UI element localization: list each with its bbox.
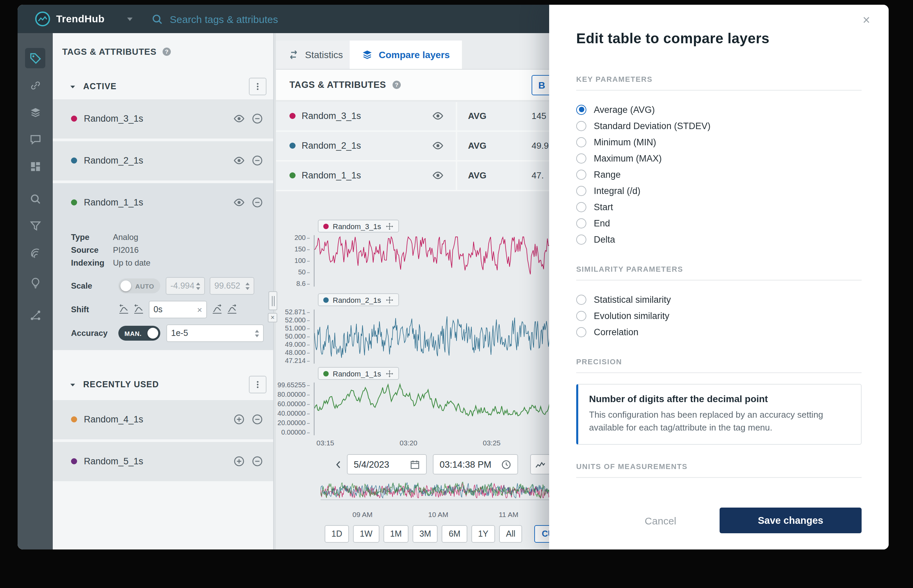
- ideas-nav-icon[interactable]: [25, 272, 45, 292]
- radio-integral[interactable]: Integral (/d): [576, 183, 861, 199]
- layer-b-button[interactable]: B: [532, 75, 552, 95]
- stepper[interactable]: [246, 282, 249, 289]
- radio-icon[interactable]: [576, 104, 586, 115]
- remove-tag-icon[interactable]: [252, 197, 263, 208]
- radio-delta[interactable]: Delta: [576, 231, 861, 247]
- visibility-eye-icon[interactable]: [432, 140, 444, 152]
- shift-value-input[interactable]: 0s ×: [149, 301, 207, 318]
- comments-nav-icon[interactable]: [25, 129, 45, 149]
- visibility-eye-icon[interactable]: [233, 197, 245, 208]
- scale-min-input[interactable]: -4.994: [166, 277, 205, 295]
- collapse-chevron-icon[interactable]: [69, 381, 76, 388]
- radio-average[interactable]: Average (AVG): [576, 102, 861, 118]
- shift-back-icon[interactable]: [118, 304, 129, 315]
- radio-icon[interactable]: [576, 202, 586, 212]
- move-icon[interactable]: [385, 369, 393, 378]
- move-icon[interactable]: [385, 296, 393, 304]
- search-nav-icon[interactable]: [25, 189, 45, 209]
- radio-end[interactable]: End: [576, 215, 861, 231]
- close-icon[interactable]: ×: [858, 11, 875, 29]
- active-section-menu-button[interactable]: [249, 78, 267, 95]
- workspace-chevron-down-icon[interactable]: [127, 18, 133, 21]
- clock-icon[interactable]: [501, 459, 511, 469]
- stepper[interactable]: [196, 282, 200, 289]
- scale-auto-toggle[interactable]: AUTO: [118, 278, 160, 293]
- remove-tag-icon[interactable]: [252, 456, 263, 467]
- shift-forward-icon[interactable]: [227, 304, 237, 315]
- radio-icon[interactable]: [576, 234, 586, 244]
- radio-icon[interactable]: [576, 310, 586, 321]
- visibility-eye-icon[interactable]: [432, 110, 444, 122]
- stepper[interactable]: [255, 330, 259, 337]
- calendar-icon[interactable]: [410, 459, 420, 469]
- tags-nav-icon[interactable]: [25, 48, 45, 68]
- active-section-header[interactable]: ACTIVE: [53, 75, 273, 98]
- radio-icon[interactable]: [576, 218, 586, 228]
- shift-forward-small-icon[interactable]: [212, 304, 222, 315]
- collapse-chevron-icon[interactable]: [69, 83, 76, 90]
- recently-used-section-header[interactable]: RECENTLY USED: [53, 373, 273, 396]
- radio-max[interactable]: Maximum (MAX): [576, 150, 861, 166]
- trend-chart-random-2[interactable]: 52.87152.00051.00050.00049.00048.00047.2…: [276, 309, 567, 364]
- chart-legend-chip[interactable]: Random_1_1s: [318, 367, 399, 380]
- range-1y-button[interactable]: 1Y: [471, 525, 495, 543]
- step-back-button[interactable]: [330, 454, 346, 475]
- panel-collapse-button[interactable]: ×: [268, 313, 277, 322]
- clear-icon[interactable]: ×: [197, 305, 202, 314]
- fingerprint-nav-icon[interactable]: [25, 242, 45, 263]
- date-input[interactable]: 5/4/2023: [347, 454, 427, 475]
- accuracy-value-input[interactable]: 1e-5: [167, 325, 264, 342]
- radio-statistical-similarity[interactable]: Statistical similarity: [576, 291, 861, 307]
- radio-icon[interactable]: [576, 137, 586, 147]
- range-1d-button[interactable]: 1D: [325, 525, 349, 543]
- time-input[interactable]: 03:14:38 PM: [433, 454, 518, 475]
- disconnect-nav-icon[interactable]: [25, 75, 45, 95]
- panel-resize-handle[interactable]: [269, 291, 277, 310]
- radio-icon[interactable]: [576, 327, 586, 337]
- tab-statistics[interactable]: Statistics: [276, 40, 356, 69]
- radio-start[interactable]: Start: [576, 199, 861, 215]
- radio-icon[interactable]: [576, 294, 586, 304]
- recently-used-menu-button[interactable]: [249, 376, 267, 393]
- cancel-button[interactable]: Cancel: [645, 515, 676, 526]
- trend-mode-button[interactable]: [530, 454, 550, 475]
- remove-tag-icon[interactable]: [252, 113, 263, 124]
- radio-evolution-similarity[interactable]: Evolution similarity: [576, 307, 861, 324]
- remove-tag-icon[interactable]: [252, 155, 263, 166]
- trend-chart-random-1[interactable]: 99.6525580.0000060.0000040.0000020.00000…: [276, 382, 567, 436]
- visibility-eye-icon[interactable]: [432, 170, 444, 181]
- search-input[interactable]: Search tags & attributes: [152, 5, 278, 33]
- scale-max-input[interactable]: 99.652: [210, 277, 254, 295]
- tag-row-random-3[interactable]: Random_3_1s: [53, 99, 273, 139]
- radio-icon[interactable]: [576, 121, 586, 131]
- remove-tag-icon[interactable]: [252, 414, 263, 425]
- tag-row-random-2[interactable]: Random_2_1s: [53, 141, 273, 181]
- radio-icon[interactable]: [576, 153, 586, 163]
- radio-range[interactable]: Range: [576, 166, 861, 183]
- overview-strip[interactable]: [321, 480, 558, 500]
- tag-row-random-4[interactable]: Random_4_1s: [53, 400, 273, 439]
- visibility-eye-icon[interactable]: [233, 113, 245, 124]
- dashboard-nav-icon[interactable]: [25, 156, 45, 176]
- range-1m-button[interactable]: 1M: [383, 525, 408, 543]
- radio-icon[interactable]: [576, 186, 586, 195]
- tag-row-random-5[interactable]: Random_5_1s: [53, 442, 273, 481]
- add-tag-icon[interactable]: [233, 456, 245, 467]
- radio-stdev[interactable]: Standard Deviation (STDEV): [576, 118, 861, 134]
- add-tag-icon[interactable]: [233, 414, 245, 425]
- tab-compare-layers[interactable]: Compare layers: [350, 40, 462, 69]
- filter-nav-icon[interactable]: [25, 216, 45, 236]
- chart-legend-chip[interactable]: Random_3_1s: [318, 220, 399, 233]
- range-all-button[interactable]: All: [499, 525, 522, 543]
- layers-nav-icon[interactable]: [25, 102, 45, 122]
- tag-row-random-1[interactable]: Random_1_1s: [53, 183, 273, 222]
- range-1w-button[interactable]: 1W: [353, 525, 379, 543]
- chart-legend-chip[interactable]: Random_2_1s: [318, 293, 399, 306]
- radio-min[interactable]: Minimum (MIN): [576, 134, 861, 150]
- save-changes-button[interactable]: Save changes: [720, 507, 861, 533]
- help-icon[interactable]: [162, 46, 172, 57]
- trend-chart-random-3[interactable]: 200150100508.6: [276, 234, 567, 287]
- network-nav-icon[interactable]: [25, 305, 45, 325]
- move-icon[interactable]: [385, 222, 393, 230]
- range-6m-button[interactable]: 6M: [442, 525, 467, 543]
